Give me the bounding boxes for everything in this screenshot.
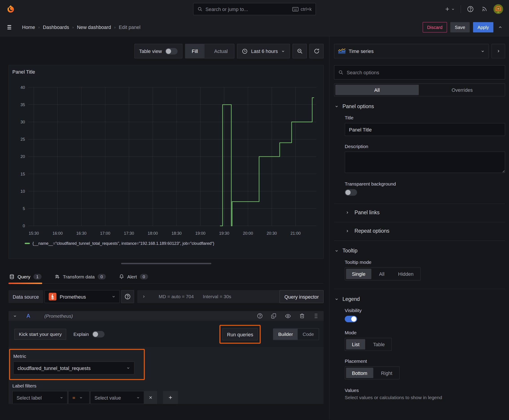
builder-option[interactable]: Builder [273,329,298,340]
visualization-picker[interactable]: Time series [334,44,489,58]
repeat-options-section[interactable]: Repeat options [345,228,505,234]
collapse-header-button[interactable] [497,23,504,31]
search-placeholder: Search or jump to... [205,6,289,12]
legend-values-label: Values [345,388,505,393]
drag-handle-icon[interactable] [313,313,319,319]
hamburger-icon [7,23,14,31]
table-view-toggle[interactable] [165,48,177,54]
label-filter-row: Select label = Select value [12,391,318,404]
run-queries-button[interactable]: Run queries [222,328,258,340]
repeat-options-label: Repeat options [355,228,390,234]
svg-text:21:00: 21:00 [290,231,301,236]
metric-select[interactable]: cloudflared_tunnel_total_requests [13,361,134,375]
placement-bottom-option[interactable]: Bottom [346,368,373,378]
fill-actual-control: Fill Actual [185,44,235,58]
kick-start-query-button[interactable]: Kick start your query [14,329,66,340]
query-help-icon[interactable] [257,313,263,319]
fill-option[interactable]: Fill [185,44,205,58]
select-value-dropdown[interactable]: Select value [90,391,144,404]
prometheus-icon [49,293,57,301]
options-search-input[interactable] [347,69,501,75]
query-datasource-hint: (Prometheus) [45,314,73,319]
legend-mode-switch: List Table [345,338,392,351]
annotation-box-run-queries: Run queries [220,325,261,344]
delete-query-icon[interactable] [299,313,305,319]
legend-series-label[interactable]: {__name__="cloudflared_tunnel_total_requ… [32,241,214,246]
panel-title-input[interactable] [345,123,505,136]
chevron-down-icon [79,396,83,399]
explain-toggle[interactable] [92,331,104,338]
help-button[interactable] [465,4,475,14]
table-view-label: Table view [139,48,162,54]
save-button[interactable]: Save [450,22,470,32]
time-range-picker[interactable]: Last 6 hours [237,44,290,58]
duplicate-query-icon[interactable] [271,313,277,319]
grafana-logo[interactable] [5,4,16,15]
legend-table-option[interactable]: Table [367,339,390,350]
actual-option[interactable]: Actual [208,44,234,58]
add-new-button[interactable] [443,5,456,14]
tooltip-hidden-option[interactable]: Hidden [392,269,419,279]
transparent-background-toggle[interactable] [345,189,357,196]
breadcrumb-home[interactable]: Home [22,24,35,30]
apply-button[interactable]: Apply [473,22,493,32]
options-search[interactable] [334,65,505,80]
panel-resize-handle[interactable] [121,263,211,264]
tab-alert[interactable]: Alert 0 [118,274,149,283]
refresh-button[interactable] [309,44,324,58]
description-textarea[interactable] [345,151,505,173]
database-icon [9,274,15,279]
chevron-down-icon [13,314,17,318]
tab-query[interactable]: Query 1 [8,274,42,283]
panel-title[interactable]: Panel Title [12,69,319,75]
breadcrumb-dashboards[interactable]: Dashboards [43,24,69,30]
chevron-down-icon [335,249,338,253]
panel-options-section-header[interactable]: Panel options [335,104,505,109]
legend-section-header[interactable]: Legend [335,296,505,302]
collapse-options-pane-button[interactable] [492,44,505,58]
tab-alert-count: 0 [140,274,148,279]
title-field-label: Title [345,115,505,120]
select-label-dropdown[interactable]: Select label [12,391,68,404]
code-option[interactable]: Code [298,329,319,340]
svg-text:20:30: 20:30 [267,231,277,236]
user-avatar[interactable] [494,4,503,14]
breadcrumb-new-dashboard[interactable]: New dashboard [77,24,111,30]
datasource-help-button[interactable] [121,290,134,303]
chevron-right-icon [496,49,501,53]
query-a-header[interactable]: A (Prometheus) [8,311,324,321]
discard-button[interactable]: Discard [423,22,447,32]
zoom-out-button[interactable] [292,44,307,58]
section-divider [334,203,505,204]
query-inspector-button[interactable]: Query inspector [280,290,324,303]
tooltip-all-option[interactable]: All [373,269,390,279]
mega-menu-toggle[interactable] [5,22,15,32]
panel-links-section[interactable]: Panel links [345,210,505,215]
legend-list-option[interactable]: List [346,339,365,350]
tooltip-single-option[interactable]: Single [346,269,371,279]
add-filter-button[interactable] [163,391,178,404]
hide-response-icon[interactable] [285,313,291,319]
svg-text:30: 30 [20,120,25,124]
legend-swatch [25,243,30,244]
tab-transform-data[interactable]: Transform data 0 [54,274,106,283]
chevron-down-icon [335,105,338,108]
legend-visibility-toggle[interactable] [345,316,357,322]
tab-all-options[interactable]: All [335,85,418,95]
transparent-background-label: Transparent background [345,181,505,187]
query-ref-id[interactable]: A [27,313,30,319]
placement-right-option[interactable]: Right [375,368,398,378]
global-search-input[interactable]: Search or jump to... ctrl+k [193,3,316,15]
svg-text:16:30: 16:30 [76,231,86,236]
operator-dropdown[interactable]: = [68,391,90,404]
news-button[interactable] [480,5,489,14]
datasource-picker[interactable]: Prometheus [45,290,120,303]
tab-overrides[interactable]: Overrides [421,85,504,95]
remove-filter-button[interactable] [144,391,157,404]
breadcrumb-separator: › [38,25,40,29]
query-builder-body: Metric cloudflared_tunnel_total_requests… [8,347,324,404]
time-range-label: Last 6 hours [251,48,278,54]
question-circle-icon [467,6,474,13]
tooltip-section-header[interactable]: Tooltip [335,248,505,254]
datasource-row: Data source Prometheus [8,290,324,303]
